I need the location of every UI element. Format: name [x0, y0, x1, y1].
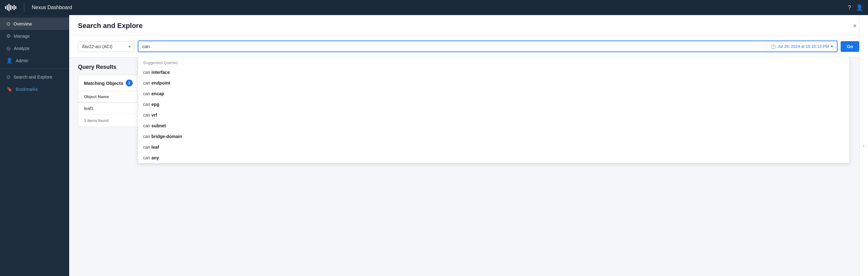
autocomplete-item-subnet[interactable]: can subnet [138, 120, 849, 131]
search-bar-area: ifav22-aci (ACI) ▾ 🕐 Jul 26, 2024 at 10:… [69, 35, 868, 58]
page-title: Search and Explore [78, 22, 143, 30]
svg-rect-0 [5, 6, 6, 9]
search-input[interactable] [138, 41, 767, 52]
app-title: Nexus Dashboard [32, 5, 72, 10]
svg-rect-2 [8, 4, 10, 11]
svg-rect-3 [10, 5, 11, 10]
autocomplete-header: Suggested Queries [138, 57, 849, 67]
main-content: Search and Explore × ifav22-aci (ACI) ▾ … [69, 15, 868, 276]
sidebar-item-label: Bookmarks [16, 87, 38, 92]
autocomplete-item-any[interactable]: can any [138, 152, 849, 163]
matching-objects-count-badge: 1 [126, 80, 133, 87]
right-panel-edge: › [859, 15, 868, 276]
help-icon[interactable]: ? [848, 4, 851, 11]
autocomplete-item-encap[interactable]: can encap [138, 88, 849, 99]
svg-rect-6 [15, 6, 17, 9]
svg-rect-4 [12, 6, 13, 9]
sidebar-item-bookmarks[interactable]: 🔖 Bookmarks [0, 83, 69, 95]
user-icon[interactable]: 👤 [856, 4, 863, 11]
sidebar: ⊙ Overview ⚙ Manage ◎ Analyze 👤 Admin ⊙ … [0, 15, 69, 276]
overview-icon: ⊙ [6, 21, 10, 27]
datetime-chevron-icon: ▾ [831, 44, 833, 49]
app-body: ⊙ Overview ⚙ Manage ◎ Analyze 👤 Admin ⊙ … [0, 15, 868, 276]
admin-icon: 👤 [6, 58, 12, 63]
site-selector-arrow-icon: ▾ [129, 44, 130, 49]
sidebar-item-label: Analyze [14, 46, 30, 51]
cisco-logo-icon [5, 4, 17, 11]
close-button[interactable]: × [850, 21, 859, 30]
sidebar-item-label: Search and Explore [13, 74, 52, 80]
page-header: Search and Explore × [69, 15, 868, 35]
autocomplete-dropdown: Suggested Queries can interface can endp… [138, 57, 850, 163]
autocomplete-item-endpoint[interactable]: can endpoint [138, 78, 849, 88]
autocomplete-item-bridge-domain[interactable]: can bridge-domain [138, 131, 849, 142]
right-panel-expand-icon[interactable]: › [863, 143, 865, 148]
search-explore-icon: ⊙ [6, 74, 10, 80]
site-selector[interactable]: ifav22-aci (ACI) ▾ [78, 41, 134, 52]
sidebar-item-admin[interactable]: 👤 Admin [0, 54, 69, 67]
sidebar-item-overview[interactable]: ⊙ Overview [0, 18, 69, 30]
sidebar-item-label: Manage [14, 34, 30, 39]
datetime-label: Jul 26, 2024 at 10:15:13 PM [778, 44, 829, 49]
autocomplete-item-leaf[interactable]: can leaf [138, 142, 849, 152]
manage-icon: ⚙ [6, 33, 11, 39]
autocomplete-item-vrf[interactable]: can vrf [138, 110, 849, 120]
svg-rect-5 [13, 5, 15, 10]
sidebar-item-label: Admin [16, 58, 28, 63]
go-button[interactable]: Go [841, 41, 859, 52]
datetime-picker-button[interactable]: 🕐 Jul 26, 2024 at 10:15:13 PM ▾ [767, 42, 837, 51]
clock-icon: 🕐 [771, 44, 776, 49]
nav-icons: ? 👤 [848, 4, 863, 11]
sidebar-item-label: Overview [13, 21, 32, 26]
autocomplete-item-epg[interactable]: can epg [138, 99, 849, 110]
sidebar-item-search[interactable]: ⊙ Search and Explore [0, 71, 69, 83]
search-input-wrapper: 🕐 Jul 26, 2024 at 10:15:13 PM ▾ [138, 40, 837, 52]
sidebar-item-manage[interactable]: ⚙ Manage [0, 30, 69, 42]
site-selector-value: ifav22-aci (ACI) [82, 44, 112, 49]
app-logo: Nexus Dashboard [5, 3, 848, 12]
svg-rect-1 [7, 5, 8, 10]
sidebar-divider [0, 68, 69, 69]
sidebar-item-analyze[interactable]: ◎ Analyze [0, 42, 69, 54]
bookmarks-icon: 🔖 [6, 86, 12, 92]
matching-objects-label: Matching Objects [84, 81, 123, 86]
top-nav: Nexus Dashboard ? 👤 [0, 0, 868, 15]
logo-divider [24, 3, 24, 12]
analyze-icon: ◎ [6, 45, 11, 51]
autocomplete-item-interface[interactable]: can interface [138, 67, 849, 78]
